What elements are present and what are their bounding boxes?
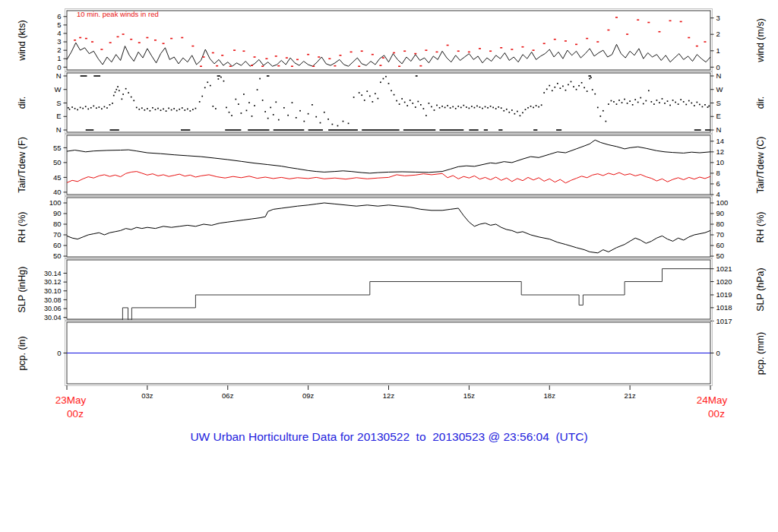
svg-text:5: 5 — [57, 21, 61, 29]
dir-panel: NWSENNWSEN — [55, 71, 723, 135]
dir-point — [378, 98, 379, 100]
dir-point — [506, 109, 508, 110]
dir-point — [74, 108, 76, 109]
dir-point — [207, 81, 208, 83]
dir-point — [485, 106, 486, 108]
dir-point — [415, 106, 416, 108]
svg-text:6: 6 — [716, 179, 720, 188]
svg-text:10: 10 — [716, 158, 725, 166]
svg-text:14: 14 — [716, 137, 725, 145]
peak-wind-point — [575, 44, 577, 46]
temp-panel-border — [67, 135, 710, 195]
dir-point — [223, 81, 225, 82]
dir-north-dash — [86, 129, 94, 131]
svg-text:45: 45 — [53, 173, 62, 182]
dir-point — [463, 105, 464, 106]
dir-north-dash — [694, 129, 701, 131]
dir-point — [112, 103, 113, 104]
dir-point — [554, 87, 555, 88]
svg-text:80: 80 — [716, 220, 725, 228]
dir-point — [238, 103, 239, 105]
peak-wind-point — [229, 65, 232, 67]
svg-text:90: 90 — [716, 209, 725, 217]
temp-panel-outer-border — [65, 134, 713, 197]
dir-point — [128, 92, 129, 93]
dir-point — [136, 107, 138, 109]
dir-point — [278, 119, 280, 121]
peak-wind-point — [265, 58, 267, 59]
slp_inhg-line — [67, 269, 710, 321]
svg-text:4: 4 — [716, 190, 720, 198]
dir-point — [530, 106, 532, 107]
svg-text:12z: 12z — [383, 391, 395, 400]
dir-point — [235, 99, 236, 100]
svg-text:3: 3 — [57, 37, 61, 46]
dir-point — [166, 110, 167, 112]
dir-point — [618, 100, 620, 101]
dir-point — [704, 104, 706, 106]
dir-point — [501, 107, 502, 109]
dir-point — [533, 107, 534, 109]
dir-point — [471, 106, 473, 107]
dir-point — [662, 98, 663, 100]
slp-panel-outer-border — [65, 258, 713, 321]
peak-wind-point — [704, 41, 706, 43]
svg-text:S: S — [56, 99, 61, 107]
dir-north-top-dash — [416, 75, 418, 77]
dir-point — [613, 101, 615, 103]
dir-point — [218, 78, 220, 80]
dir-point — [220, 77, 222, 78]
dir-point — [372, 101, 373, 103]
dir-point — [267, 118, 269, 119]
dir-point — [455, 108, 457, 109]
peak-wind-point — [146, 37, 148, 39]
peak-wind-point — [468, 52, 470, 53]
dir-north-dash — [403, 129, 435, 131]
peak-wind-point — [543, 43, 546, 44]
peak-wind-point — [334, 65, 336, 67]
svg-text:30.14: 30.14 — [44, 270, 62, 277]
peak-wind-point — [680, 21, 682, 23]
svg-text:4: 4 — [57, 29, 61, 37]
dir-point — [109, 104, 111, 106]
svg-text:W: W — [716, 85, 723, 93]
x-start-hour-label: 00z — [49, 408, 102, 420]
peak-wind-point — [382, 57, 384, 59]
dir-point — [508, 112, 510, 113]
dir-point — [602, 110, 604, 112]
peak-wind-point — [79, 37, 81, 39]
rh-panel-border — [67, 198, 710, 257]
dir-point — [394, 94, 395, 96]
svg-text:30.10: 30.10 — [44, 287, 62, 295]
dir-point — [296, 117, 297, 119]
peak-wind-point — [122, 33, 125, 35]
dir-point — [320, 122, 321, 124]
dir-north-dash — [109, 129, 119, 131]
dir-point — [571, 81, 572, 83]
peak-wind-point — [554, 39, 556, 40]
dir-point — [495, 108, 497, 109]
dir-point — [229, 112, 230, 113]
peak-wind-point — [233, 49, 236, 51]
svg-text:E: E — [716, 112, 721, 120]
svg-text:15z: 15z — [463, 391, 476, 400]
dir-point — [391, 90, 392, 91]
dir-point — [404, 102, 406, 103]
dir-point — [651, 101, 653, 103]
dir-point — [447, 105, 448, 106]
pcp-left-axis-title: pcp. (in) — [15, 304, 29, 403]
dir-point — [538, 106, 539, 108]
dir-point — [171, 109, 172, 111]
dir-point — [678, 103, 679, 105]
dir-point — [337, 125, 339, 127]
peak-wind-point — [489, 50, 492, 52]
dir-north-dash — [484, 129, 488, 131]
svg-text:03z: 03z — [141, 391, 153, 400]
peak-wind-point — [521, 46, 523, 48]
dir-point — [125, 88, 127, 90]
dir-point — [543, 92, 545, 93]
peak-wind-point — [479, 48, 481, 49]
dir-point — [608, 103, 609, 105]
dir-point — [189, 110, 191, 112]
svg-text:0: 0 — [57, 349, 61, 357]
